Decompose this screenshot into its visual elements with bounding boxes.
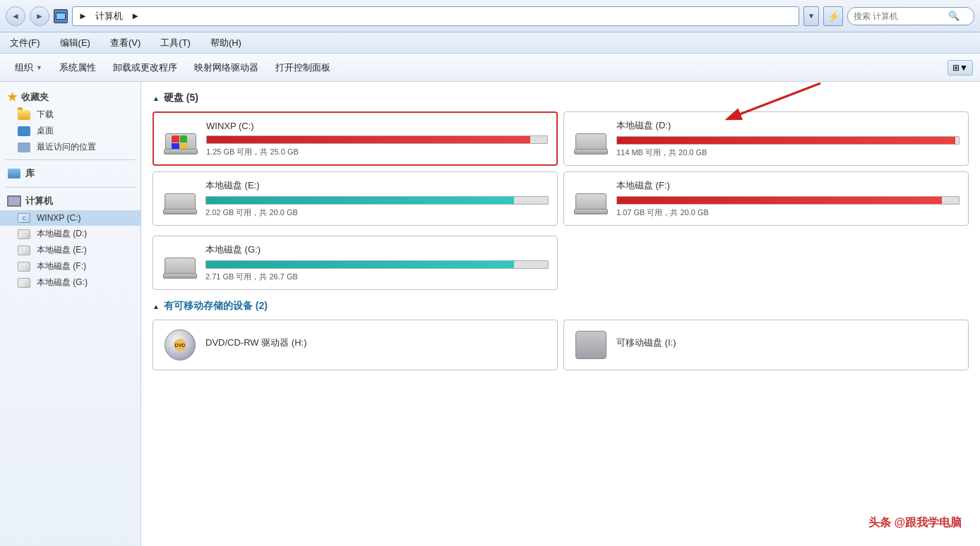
removable-i-graphic xyxy=(575,331,606,359)
sidebar-favorites-header[interactable]: ★ 收藏夹 xyxy=(0,87,141,107)
dvd-name: DVD/CD-RW 驱动器 (H:) xyxy=(205,336,549,349)
address-path-text: ► xyxy=(78,11,92,21)
library-label: 库 xyxy=(25,167,35,180)
sidebar-computer-section: 计算机 C WINXP (C:) 本地磁盘 (D:) 本地磁盘 (E:) xyxy=(0,192,141,291)
uninstall-label: 卸载或更改程序 xyxy=(113,61,177,74)
empty-slot xyxy=(563,236,969,290)
sidebar-item-drive-e[interactable]: 本地磁盘 (E:) xyxy=(0,242,141,258)
toolbar-view-toggle[interactable]: ⊞ ▼ xyxy=(948,60,973,75)
menu-file[interactable]: 文件(F) xyxy=(7,35,43,51)
drives-grid-row2: 本地磁盘 (G:) 2.71 GB 可用，共 26.7 GB xyxy=(153,236,969,290)
organize-arrow-icon: ▼ xyxy=(36,64,42,71)
removable-collapse-icon[interactable]: ▲ xyxy=(153,303,160,310)
desktop-label: 桌面 xyxy=(37,125,54,137)
drive-f-base xyxy=(574,209,608,214)
hard-drives-title: 硬盘 (5) xyxy=(164,92,198,104)
menu-help[interactable]: 帮助(H) xyxy=(208,35,244,51)
removable-card-i[interactable]: 可移动磁盘 (I:) xyxy=(563,320,969,370)
sidebar-item-drive-g[interactable]: 本地磁盘 (G:) xyxy=(0,274,141,291)
drive-g-label: 本地磁盘 (G:) xyxy=(37,277,88,289)
dvd-graphic: DVD xyxy=(165,329,196,360)
drive-c-graphic-area xyxy=(162,123,199,154)
removable-section-header: ▲ 有可移动存储的设备 (2) xyxy=(153,300,969,313)
organize-label: 组织 xyxy=(15,61,33,74)
drive-g-bar-fill xyxy=(206,261,514,268)
sidebar-computer-header[interactable]: 计算机 xyxy=(0,192,141,210)
back-button[interactable]: ◄ xyxy=(6,6,25,26)
dvd-icon-area: DVD xyxy=(162,329,198,360)
drive-e-stats: 2.02 GB 可用，共 20.0 GB xyxy=(205,207,549,218)
drive-c-info: WINXP (C:) 1.25 GB 可用，共 25.0 GB xyxy=(206,121,548,157)
sidebar-sep-1 xyxy=(6,159,135,160)
drive-d-bar-container xyxy=(616,136,960,145)
sidebar-item-drive-d[interactable]: 本地磁盘 (D:) xyxy=(0,226,141,242)
drive-base xyxy=(164,149,198,154)
view-arrow-icon: ▼ xyxy=(960,63,968,73)
content-area: ▲ 硬盘 (5) xyxy=(141,82,980,546)
sidebar-item-desktop[interactable]: 桌面 xyxy=(0,123,141,139)
sidebar-item-download[interactable]: 下载 xyxy=(0,107,141,123)
address-dropdown-button[interactable]: ▼ xyxy=(803,6,819,26)
open-panel-label: 打开控制面板 xyxy=(275,61,330,74)
drive-c-graphic xyxy=(164,123,198,154)
hard-drives-section-header: ▲ 硬盘 (5) xyxy=(153,92,969,104)
sidebar-item-drive-f[interactable]: 本地磁盘 (F:) xyxy=(0,258,141,274)
drive-g-base xyxy=(163,273,197,279)
removable-i-name: 可移动磁盘 (I:) xyxy=(616,336,960,349)
toolbar-system-props-button[interactable]: 系统属性 xyxy=(52,58,104,78)
toolbar: 组织 ▼ 系统属性 卸载或更改程序 映射网络驱动器 打开控制面板 ⊞ ▼ xyxy=(0,54,980,82)
drive-c-stats: 1.25 GB 可用，共 25.0 GB xyxy=(206,147,548,157)
drive-g-info: 本地磁盘 (G:) 2.71 GB 可用，共 26.7 GB xyxy=(205,243,549,282)
drive-card-c[interactable]: WINXP (C:) 1.25 GB 可用，共 25.0 GB xyxy=(153,111,558,166)
address-path-label: 计算机 xyxy=(95,10,123,23)
drive-d-stats: 114 MB 可用，共 20.0 GB xyxy=(616,147,960,158)
drive-d-base xyxy=(574,149,608,154)
menu-tools[interactable]: 工具(T) xyxy=(157,35,193,51)
drive-d-graphic xyxy=(574,123,608,154)
sidebar-item-drive-c[interactable]: C WINXP (C:) xyxy=(0,210,141,226)
drive-g-graphic-area xyxy=(162,248,198,279)
drive-e-label: 本地磁盘 (E:) xyxy=(37,244,87,256)
drive-e-name: 本地磁盘 (E:) xyxy=(205,179,549,192)
drive-card-g[interactable]: 本地磁盘 (G:) 2.71 GB 可用，共 26.7 GB xyxy=(153,236,558,290)
desktop-icon xyxy=(17,126,31,137)
toolbar-organize-button[interactable]: 组织 ▼ xyxy=(7,58,50,78)
drive-g-name: 本地磁盘 (G:) xyxy=(205,243,549,256)
sidebar-item-recent[interactable]: 最近访问的位置 xyxy=(0,139,141,155)
drive-g-icon xyxy=(17,277,31,289)
removable-grid: DVD DVD/CD-RW 驱动器 (H:) 可移动磁盘 (I:) xyxy=(153,320,969,370)
sidebar-sep-2 xyxy=(6,187,135,188)
drive-d-label: 本地磁盘 (D:) xyxy=(37,228,87,240)
library-icon xyxy=(7,168,21,179)
toolbar-uninstall-button[interactable]: 卸载或更改程序 xyxy=(105,58,185,78)
removable-i-info: 可移动磁盘 (I:) xyxy=(616,336,960,353)
drive-f-name: 本地磁盘 (F:) xyxy=(616,179,960,192)
toolbar-map-drive-button[interactable]: 映射网络驱动器 xyxy=(186,58,266,78)
address-path[interactable]: ► 计算机 ► xyxy=(72,6,799,26)
search-input[interactable] xyxy=(854,11,945,21)
drive-c-label: WINXP (C:) xyxy=(37,213,80,223)
drive-f-stats: 1.07 GB 可用，共 20.0 GB xyxy=(616,207,960,218)
search-icon[interactable]: 🔍 xyxy=(948,11,960,21)
refresh-button[interactable]: ⚡ xyxy=(823,6,843,26)
menu-view[interactable]: 查看(V) xyxy=(107,35,143,51)
drive-f-bar-container xyxy=(616,196,960,205)
sidebar-library-header[interactable]: 库 xyxy=(0,164,141,183)
removable-card-dvd[interactable]: DVD DVD/CD-RW 驱动器 (H:) xyxy=(153,320,558,370)
drive-d-bar-fill xyxy=(617,137,955,144)
drive-card-e[interactable]: 本地磁盘 (E:) 2.02 GB 可用，共 20.0 GB xyxy=(153,171,558,226)
hard-drives-collapse-icon[interactable]: ▲ xyxy=(153,95,160,102)
sidebar-favorites-section: ★ 收藏夹 下载 桌面 最近访问的位置 xyxy=(0,87,141,155)
drive-card-f[interactable]: 本地磁盘 (F:) 1.07 GB 可用，共 20.0 GB xyxy=(563,171,969,226)
drive-card-d[interactable]: 本地磁盘 (D:) 114 MB 可用，共 20.0 GB xyxy=(563,111,969,166)
forward-button[interactable]: ► xyxy=(30,6,49,26)
toolbar-open-panel-button[interactable]: 打开控制面板 xyxy=(268,58,338,78)
drive-e-bar-fill xyxy=(206,197,514,204)
location-icon xyxy=(54,9,68,23)
system-props-label: 系统属性 xyxy=(59,61,96,74)
removable-i-icon-area xyxy=(573,331,609,359)
menu-edit[interactable]: 编辑(E) xyxy=(57,35,93,51)
drive-d-info: 本地磁盘 (D:) 114 MB 可用，共 20.0 GB xyxy=(616,119,960,158)
drive-e-info: 本地磁盘 (E:) 2.02 GB 可用，共 20.0 GB xyxy=(205,179,549,218)
drive-c-icon: C xyxy=(17,212,31,224)
